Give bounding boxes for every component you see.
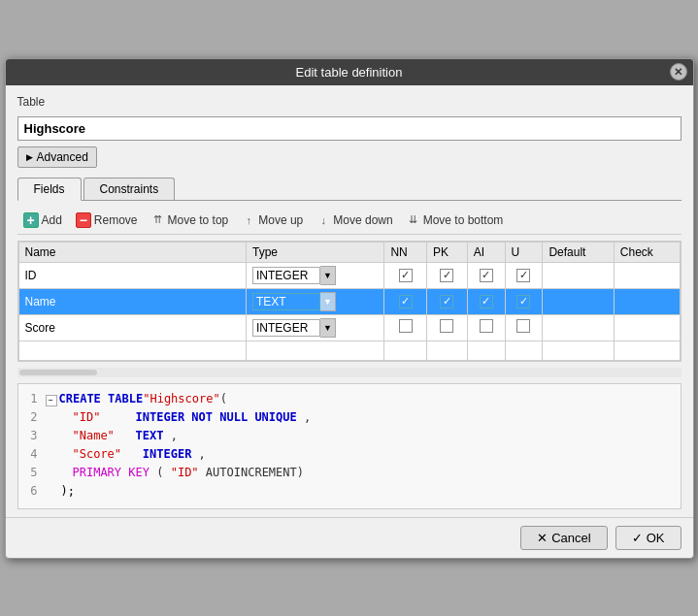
field-nn-cell[interactable] <box>384 314 427 340</box>
ai-checkbox[interactable] <box>480 269 493 282</box>
u-checkbox[interactable] <box>516 269 530 282</box>
sql-paren: ( <box>220 390 227 408</box>
add-icon: + <box>23 212 39 228</box>
field-pk-cell[interactable] <box>427 262 468 288</box>
col-ai: AI <box>467 242 505 262</box>
field-name-cell[interactable] <box>18 288 246 314</box>
field-nn-cell[interactable] <box>384 288 427 314</box>
move-top-button[interactable]: ⇈ Move to top <box>148 211 233 229</box>
nn-checkbox[interactable] <box>399 319 413 333</box>
field-type-cell[interactable]: ▼ <box>246 262 383 288</box>
field-name-cell[interactable] <box>18 314 246 340</box>
close-button[interactable]: ✕ <box>670 63 687 81</box>
field-check-cell[interactable] <box>614 262 680 288</box>
u-checkbox[interactable] <box>516 295 530 308</box>
title-bar: Edit table definition ✕ <box>6 59 693 85</box>
table-name-input[interactable] <box>17 116 681 141</box>
field-u-cell[interactable] <box>505 288 543 314</box>
field-default-cell[interactable] <box>543 262 614 288</box>
sql-indent: "Name" TEXT , <box>57 427 178 445</box>
pk-checkbox[interactable] <box>440 269 453 282</box>
sql-keyword: CREATE TABLE <box>59 390 144 408</box>
nn-checkbox[interactable] <box>399 295 413 308</box>
tab-constraints[interactable]: Constraints <box>83 178 176 200</box>
field-ai-cell[interactable] <box>467 262 505 288</box>
move-top-icon: ⇈ <box>151 213 165 227</box>
type-dropdown[interactable]: ▼ <box>320 266 336 285</box>
move-down-icon: ↓ <box>316 213 330 227</box>
cancel-button[interactable]: ✕ Cancel <box>520 526 607 550</box>
sql-comma: , <box>304 410 311 424</box>
sql-line-2: 2 "ID" INTEGER NOT NULL UNIQUE , <box>22 408 677 427</box>
col-check: Check <box>614 242 680 262</box>
edit-table-dialog: Edit table definition ✕ Table Advanced F… <box>5 58 694 559</box>
move-bottom-icon: ⇊ <box>407 213 420 227</box>
tab-fields[interactable]: Fields <box>17 178 82 201</box>
pk-checkbox[interactable] <box>440 319 453 333</box>
horizontal-scrollbar[interactable] <box>17 368 681 377</box>
sql-end: ); <box>57 482 75 501</box>
sql-autoincrement: AUTOINCREMENT) <box>206 466 304 479</box>
field-ai-cell[interactable] <box>467 314 505 340</box>
sql-type: INTEGER <box>143 447 192 461</box>
type-dropdown[interactable]: ▼ <box>320 318 336 338</box>
table-section-label: Table <box>17 95 681 109</box>
table-row[interactable]: ▼ <box>18 314 680 340</box>
move-down-button[interactable]: ↓ Move down <box>313 211 396 229</box>
remove-label: Remove <box>94 213 138 227</box>
field-name-cell[interactable] <box>18 262 246 288</box>
fold-button[interactable]: − <box>46 395 57 406</box>
field-type-cell[interactable]: ▼ <box>246 288 383 314</box>
field-pk-cell[interactable] <box>427 288 468 314</box>
scrollbar-thumb[interactable] <box>19 370 97 375</box>
col-nn: NN <box>384 242 427 262</box>
table-row-empty <box>18 340 680 360</box>
cancel-label: Cancel <box>551 531 590 545</box>
sql-editor[interactable]: 1 − CREATE TABLE "Highscore" ( 2 "ID" IN… <box>17 383 681 509</box>
move-bottom-button[interactable]: ⇊ Move to bottom <box>403 211 508 229</box>
pk-checkbox[interactable] <box>440 295 453 308</box>
cancel-icon: ✕ <box>537 531 548 545</box>
field-u-cell[interactable] <box>505 314 543 340</box>
field-ai-cell[interactable] <box>467 288 505 314</box>
advanced-button[interactable]: Advanced <box>17 146 97 168</box>
ai-checkbox[interactable] <box>480 319 493 333</box>
field-check-cell[interactable] <box>614 288 680 314</box>
field-pk-cell[interactable] <box>427 314 468 340</box>
table-row[interactable]: ▼ <box>18 262 680 288</box>
field-type-input[interactable] <box>252 293 320 310</box>
move-up-label: Move up <box>258 213 303 227</box>
ai-checkbox[interactable] <box>480 295 493 308</box>
ok-icon: ✓ <box>632 531 643 545</box>
type-dropdown[interactable]: ▼ <box>320 292 336 311</box>
move-top-label: Move to top <box>168 213 229 227</box>
u-checkbox[interactable] <box>516 319 530 333</box>
sql-line-4: 4 "Score" INTEGER , <box>22 445 677 464</box>
add-button[interactable]: + Add <box>19 211 66 230</box>
field-name-input[interactable] <box>25 321 240 335</box>
field-nn-cell[interactable] <box>384 262 427 288</box>
ok-label: OK <box>647 531 665 545</box>
col-default: Default <box>543 242 614 262</box>
field-check-cell[interactable] <box>614 314 680 340</box>
nn-checkbox[interactable] <box>399 269 413 282</box>
field-name-input[interactable] <box>25 295 240 308</box>
remove-button[interactable]: − Remove <box>72 211 142 230</box>
sql-args: ( <box>156 466 163 479</box>
table-header-row: Name Type NN PK AI U Default Check <box>18 242 680 262</box>
line-number: 2 <box>22 408 46 427</box>
move-up-button[interactable]: ↑ Move up <box>238 211 307 229</box>
field-default-cell[interactable] <box>543 288 614 314</box>
dialog-body: Table Advanced Fields Constraints + Add … <box>6 85 693 517</box>
table-row[interactable]: ▼ <box>18 288 680 314</box>
field-u-cell[interactable] <box>505 262 543 288</box>
ok-button[interactable]: ✓ OK <box>615 526 681 550</box>
field-default-cell[interactable] <box>543 314 614 340</box>
dialog-title: Edit table definition <box>296 65 403 80</box>
field-type-input[interactable] <box>252 319 320 337</box>
field-type-input[interactable] <box>252 267 320 284</box>
sql-comma: , <box>171 429 178 442</box>
field-type-cell[interactable]: ▼ <box>246 314 383 340</box>
sql-field: "Score" <box>73 447 122 461</box>
field-name-input[interactable] <box>25 269 240 282</box>
